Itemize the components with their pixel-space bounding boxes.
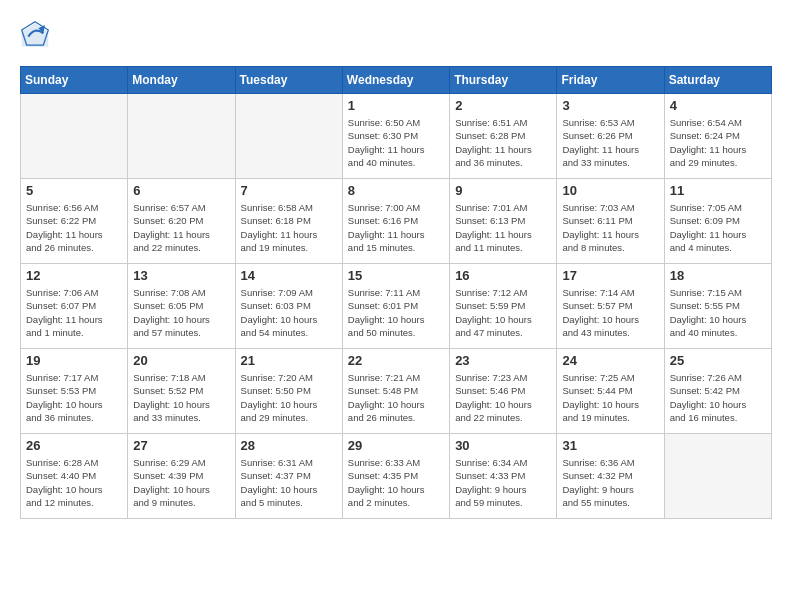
calendar-cell: 27Sunrise: 6:29 AM Sunset: 4:39 PM Dayli… xyxy=(128,434,235,519)
day-number: 7 xyxy=(241,183,337,198)
day-number: 23 xyxy=(455,353,551,368)
day-info: Sunrise: 6:28 AM Sunset: 4:40 PM Dayligh… xyxy=(26,456,122,509)
calendar-cell: 26Sunrise: 6:28 AM Sunset: 4:40 PM Dayli… xyxy=(21,434,128,519)
calendar-cell: 18Sunrise: 7:15 AM Sunset: 5:55 PM Dayli… xyxy=(664,264,771,349)
day-number: 28 xyxy=(241,438,337,453)
calendar-cell: 3Sunrise: 6:53 AM Sunset: 6:26 PM Daylig… xyxy=(557,94,664,179)
day-info: Sunrise: 7:00 AM Sunset: 6:16 PM Dayligh… xyxy=(348,201,444,254)
day-info: Sunrise: 6:56 AM Sunset: 6:22 PM Dayligh… xyxy=(26,201,122,254)
day-number: 19 xyxy=(26,353,122,368)
calendar-cell: 10Sunrise: 7:03 AM Sunset: 6:11 PM Dayli… xyxy=(557,179,664,264)
weekday-header: Monday xyxy=(128,67,235,94)
day-info: Sunrise: 6:57 AM Sunset: 6:20 PM Dayligh… xyxy=(133,201,229,254)
day-number: 10 xyxy=(562,183,658,198)
day-number: 11 xyxy=(670,183,766,198)
weekday-header: Saturday xyxy=(664,67,771,94)
calendar-week: 12Sunrise: 7:06 AM Sunset: 6:07 PM Dayli… xyxy=(21,264,772,349)
day-number: 22 xyxy=(348,353,444,368)
calendar-cell: 19Sunrise: 7:17 AM Sunset: 5:53 PM Dayli… xyxy=(21,349,128,434)
calendar-cell xyxy=(664,434,771,519)
day-info: Sunrise: 7:09 AM Sunset: 6:03 PM Dayligh… xyxy=(241,286,337,339)
page-header xyxy=(20,20,772,50)
calendar-cell: 12Sunrise: 7:06 AM Sunset: 6:07 PM Dayli… xyxy=(21,264,128,349)
day-number: 1 xyxy=(348,98,444,113)
calendar-cell: 20Sunrise: 7:18 AM Sunset: 5:52 PM Dayli… xyxy=(128,349,235,434)
weekday-header: Thursday xyxy=(450,67,557,94)
calendar-cell: 7Sunrise: 6:58 AM Sunset: 6:18 PM Daylig… xyxy=(235,179,342,264)
day-info: Sunrise: 6:50 AM Sunset: 6:30 PM Dayligh… xyxy=(348,116,444,169)
day-info: Sunrise: 6:53 AM Sunset: 6:26 PM Dayligh… xyxy=(562,116,658,169)
day-number: 31 xyxy=(562,438,658,453)
day-info: Sunrise: 7:08 AM Sunset: 6:05 PM Dayligh… xyxy=(133,286,229,339)
day-info: Sunrise: 6:33 AM Sunset: 4:35 PM Dayligh… xyxy=(348,456,444,509)
day-number: 2 xyxy=(455,98,551,113)
weekday-header: Tuesday xyxy=(235,67,342,94)
day-number: 5 xyxy=(26,183,122,198)
calendar-cell: 15Sunrise: 7:11 AM Sunset: 6:01 PM Dayli… xyxy=(342,264,449,349)
day-info: Sunrise: 7:03 AM Sunset: 6:11 PM Dayligh… xyxy=(562,201,658,254)
day-number: 9 xyxy=(455,183,551,198)
calendar-cell: 13Sunrise: 7:08 AM Sunset: 6:05 PM Dayli… xyxy=(128,264,235,349)
day-info: Sunrise: 7:17 AM Sunset: 5:53 PM Dayligh… xyxy=(26,371,122,424)
calendar-cell: 23Sunrise: 7:23 AM Sunset: 5:46 PM Dayli… xyxy=(450,349,557,434)
calendar-cell: 25Sunrise: 7:26 AM Sunset: 5:42 PM Dayli… xyxy=(664,349,771,434)
day-number: 8 xyxy=(348,183,444,198)
calendar-cell: 14Sunrise: 7:09 AM Sunset: 6:03 PM Dayli… xyxy=(235,264,342,349)
logo-icon xyxy=(20,20,50,50)
day-info: Sunrise: 6:58 AM Sunset: 6:18 PM Dayligh… xyxy=(241,201,337,254)
day-number: 13 xyxy=(133,268,229,283)
calendar-cell: 8Sunrise: 7:00 AM Sunset: 6:16 PM Daylig… xyxy=(342,179,449,264)
day-info: Sunrise: 7:05 AM Sunset: 6:09 PM Dayligh… xyxy=(670,201,766,254)
logo xyxy=(20,20,54,50)
calendar-cell: 9Sunrise: 7:01 AM Sunset: 6:13 PM Daylig… xyxy=(450,179,557,264)
calendar-week: 26Sunrise: 6:28 AM Sunset: 4:40 PM Dayli… xyxy=(21,434,772,519)
calendar-week: 1Sunrise: 6:50 AM Sunset: 6:30 PM Daylig… xyxy=(21,94,772,179)
calendar-cell: 31Sunrise: 6:36 AM Sunset: 4:32 PM Dayli… xyxy=(557,434,664,519)
calendar-cell: 29Sunrise: 6:33 AM Sunset: 4:35 PM Dayli… xyxy=(342,434,449,519)
calendar-cell: 24Sunrise: 7:25 AM Sunset: 5:44 PM Dayli… xyxy=(557,349,664,434)
day-info: Sunrise: 7:18 AM Sunset: 5:52 PM Dayligh… xyxy=(133,371,229,424)
day-number: 29 xyxy=(348,438,444,453)
day-number: 12 xyxy=(26,268,122,283)
day-info: Sunrise: 7:06 AM Sunset: 6:07 PM Dayligh… xyxy=(26,286,122,339)
calendar-cell: 5Sunrise: 6:56 AM Sunset: 6:22 PM Daylig… xyxy=(21,179,128,264)
calendar-cell: 2Sunrise: 6:51 AM Sunset: 6:28 PM Daylig… xyxy=(450,94,557,179)
day-info: Sunrise: 7:26 AM Sunset: 5:42 PM Dayligh… xyxy=(670,371,766,424)
day-number: 25 xyxy=(670,353,766,368)
day-info: Sunrise: 6:36 AM Sunset: 4:32 PM Dayligh… xyxy=(562,456,658,509)
day-info: Sunrise: 7:21 AM Sunset: 5:48 PM Dayligh… xyxy=(348,371,444,424)
day-number: 18 xyxy=(670,268,766,283)
day-number: 26 xyxy=(26,438,122,453)
calendar-cell: 28Sunrise: 6:31 AM Sunset: 4:37 PM Dayli… xyxy=(235,434,342,519)
day-number: 15 xyxy=(348,268,444,283)
day-number: 6 xyxy=(133,183,229,198)
day-info: Sunrise: 7:20 AM Sunset: 5:50 PM Dayligh… xyxy=(241,371,337,424)
weekday-header: Friday xyxy=(557,67,664,94)
day-number: 3 xyxy=(562,98,658,113)
day-info: Sunrise: 6:29 AM Sunset: 4:39 PM Dayligh… xyxy=(133,456,229,509)
day-info: Sunrise: 7:11 AM Sunset: 6:01 PM Dayligh… xyxy=(348,286,444,339)
day-info: Sunrise: 7:23 AM Sunset: 5:46 PM Dayligh… xyxy=(455,371,551,424)
calendar-cell: 17Sunrise: 7:14 AM Sunset: 5:57 PM Dayli… xyxy=(557,264,664,349)
day-info: Sunrise: 7:01 AM Sunset: 6:13 PM Dayligh… xyxy=(455,201,551,254)
calendar-table: SundayMondayTuesdayWednesdayThursdayFrid… xyxy=(20,66,772,519)
calendar-cell xyxy=(235,94,342,179)
day-info: Sunrise: 6:51 AM Sunset: 6:28 PM Dayligh… xyxy=(455,116,551,169)
calendar-cell: 21Sunrise: 7:20 AM Sunset: 5:50 PM Dayli… xyxy=(235,349,342,434)
calendar-week: 5Sunrise: 6:56 AM Sunset: 6:22 PM Daylig… xyxy=(21,179,772,264)
calendar-cell: 4Sunrise: 6:54 AM Sunset: 6:24 PM Daylig… xyxy=(664,94,771,179)
day-info: Sunrise: 6:54 AM Sunset: 6:24 PM Dayligh… xyxy=(670,116,766,169)
calendar-week: 19Sunrise: 7:17 AM Sunset: 5:53 PM Dayli… xyxy=(21,349,772,434)
day-info: Sunrise: 6:31 AM Sunset: 4:37 PM Dayligh… xyxy=(241,456,337,509)
day-number: 17 xyxy=(562,268,658,283)
calendar-cell: 16Sunrise: 7:12 AM Sunset: 5:59 PM Dayli… xyxy=(450,264,557,349)
day-info: Sunrise: 7:15 AM Sunset: 5:55 PM Dayligh… xyxy=(670,286,766,339)
header-row: SundayMondayTuesdayWednesdayThursdayFrid… xyxy=(21,67,772,94)
day-info: Sunrise: 6:34 AM Sunset: 4:33 PM Dayligh… xyxy=(455,456,551,509)
day-number: 27 xyxy=(133,438,229,453)
day-number: 20 xyxy=(133,353,229,368)
weekday-header: Sunday xyxy=(21,67,128,94)
calendar-cell: 1Sunrise: 6:50 AM Sunset: 6:30 PM Daylig… xyxy=(342,94,449,179)
calendar-cell: 6Sunrise: 6:57 AM Sunset: 6:20 PM Daylig… xyxy=(128,179,235,264)
day-info: Sunrise: 7:25 AM Sunset: 5:44 PM Dayligh… xyxy=(562,371,658,424)
